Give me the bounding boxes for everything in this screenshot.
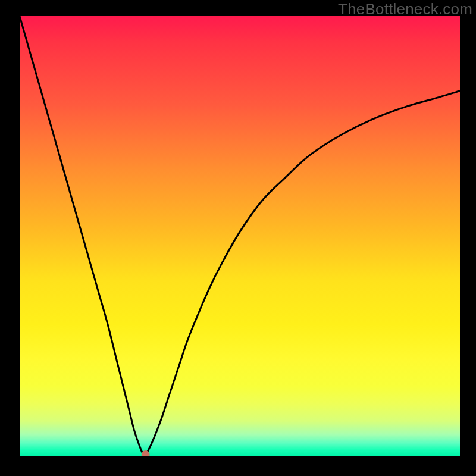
- bottleneck-curve: [20, 16, 460, 455]
- optimum-marker: [142, 451, 149, 456]
- plot-area: [20, 16, 460, 456]
- curve-svg: [20, 16, 460, 456]
- chart-frame: TheBottleneck.com: [0, 0, 476, 476]
- watermark-text: TheBottleneck.com: [338, 0, 472, 18]
